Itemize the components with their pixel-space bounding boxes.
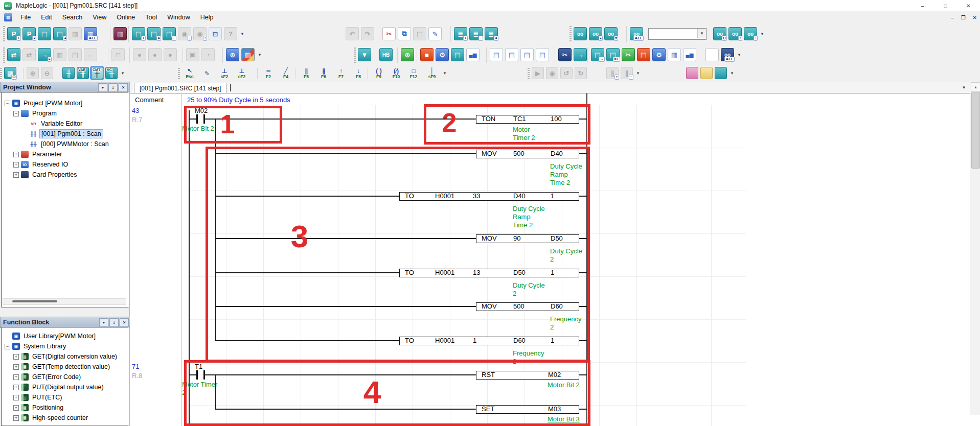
panel-dropdown-button[interactable]: ▾ (99, 318, 108, 327)
back-arrow-icon[interactable]: ← (84, 48, 97, 61)
document-icon[interactable]: ▦ (4, 13, 12, 21)
help-icon[interactable]: ? (224, 27, 237, 40)
panel-close-button[interactable]: ✕ (119, 83, 128, 92)
more-caret-icon[interactable]: ▾ (120, 67, 126, 79)
close-document-icon[interactable]: ▤− (163, 27, 176, 40)
horizontal-scrollbar[interactable] (3, 298, 126, 305)
used-list-icon[interactable]: ▤ (637, 48, 650, 61)
more-caret-icon[interactable]: ▾ (635, 67, 641, 79)
web-globe-icon[interactable]: ⊕ (401, 48, 414, 61)
more-caret-icon[interactable]: ▾ (257, 48, 263, 61)
download-plc-icon[interactable]: ▼ (358, 48, 371, 61)
vertical-scrollbar[interactable]: ▲ (970, 82, 980, 415)
panel-pin-button[interactable]: ↧ (108, 83, 118, 92)
zoom-in-icon[interactable]: ⊕ (27, 67, 39, 79)
menu-item-window[interactable]: Window (162, 12, 195, 22)
stop-dot-icon[interactable]: ● (164, 48, 177, 61)
calc-grid-icon[interactable]: ▦ (668, 48, 681, 61)
device-doc-icon[interactable]: ▤ (451, 48, 464, 61)
tree-item-get-error-code[interactable]: +≣GET(Error Code) (13, 372, 82, 382)
mdi-close-button[interactable]: ✕ (973, 15, 977, 20)
run-test-icon[interactable]: ▶ (532, 67, 544, 79)
mdi-restore-button[interactable]: ❐ (961, 15, 966, 20)
tree-item-positioning[interactable]: +≣Positioning (13, 403, 65, 412)
menu-item-help[interactable]: Help (195, 12, 219, 22)
tree-item-001-pgm001-scan[interactable]: ╫╫[001] Pgm001 : Scan (22, 129, 103, 138)
trend-chart-icon[interactable]: ▄▆ (466, 48, 480, 61)
gear-doc-icon[interactable]: ⚙ (652, 48, 666, 61)
tree-item-variable-editor[interactable]: VRVariable Editor (22, 119, 84, 128)
menu-item-search[interactable]: Search (57, 12, 88, 22)
combobox-dropdown-icon[interactable]: ▼ (697, 29, 706, 38)
tree-item-system-library[interactable]: −▣System Library (5, 342, 67, 351)
tree-expander-icon[interactable]: − (5, 101, 10, 106)
save-icon[interactable]: ▥ (69, 27, 82, 40)
open-document-icon[interactable]: ▤● (147, 27, 161, 40)
delete-contact-icon[interactable]: ∥− (621, 67, 633, 79)
tree-expander-icon[interactable]: + (13, 172, 19, 178)
zoom-out-icon[interactable]: ⊖ (41, 67, 53, 79)
tree-item-get-digital-conversion-value[interactable]: +≣GET(Digital conversion value) (13, 352, 119, 361)
hb-setting-icon[interactable]: HB (379, 48, 393, 61)
tab-pgm001[interactable]: [001] Pgm001.SRC [141 step] (134, 83, 226, 93)
tree-expander-icon[interactable]: + (13, 405, 19, 411)
contact-rising-icon[interactable]: ↑F7 (333, 67, 349, 81)
tree-item-user-library-pwm-motor[interactable]: ▣User Library[PWM Motor] (5, 332, 97, 341)
search-combobox[interactable]: ▼ (648, 28, 706, 40)
view-varcmt-icon[interactable]: ╫VC (105, 67, 118, 79)
find-all-icon[interactable]: ooALL (630, 27, 643, 40)
find-up-icon[interactable]: oo↑ (728, 27, 742, 40)
ladder-canvas[interactable]: Comment25 to 90% Duty Cycle in 5 seconds… (130, 93, 980, 426)
open-source-icon[interactable]: ▤◂ (53, 27, 66, 40)
panel-close-button[interactable]: ✕ (120, 318, 129, 327)
pause-dot-icon[interactable]: ● (148, 48, 162, 61)
tree-item-reserved-io[interactable]: +IOReserved IO (13, 160, 70, 169)
more-caret-icon[interactable]: ▾ (736, 48, 742, 61)
new-project-icon[interactable]: P+ (7, 27, 20, 40)
menu-item-edit[interactable]: Edit (36, 12, 57, 22)
tree-expander-icon[interactable]: + (13, 364, 19, 370)
stop-plc-icon[interactable]: ■ (420, 48, 434, 61)
insert-row-icon[interactable]: ≣+ (454, 27, 467, 40)
coil-icon[interactable]: ( )F9 (371, 67, 386, 81)
excel-doc-icon[interactable]: ▤XL (606, 48, 620, 61)
find-icon[interactable]: oo (574, 27, 587, 40)
find-all-dark-icon[interactable]: ooALL (721, 48, 734, 61)
open-project-icon[interactable]: P◂ (22, 27, 36, 40)
esc-cursor-icon[interactable]: ↖Esc (182, 67, 197, 81)
tab-scroll-button[interactable]: ▾ (960, 84, 968, 91)
contact-nc-icon[interactable]: ∦F6 (316, 67, 331, 81)
minimize-button[interactable]: – (911, 0, 934, 11)
menu-item-online[interactable]: Online (111, 12, 140, 22)
panel-pin-button[interactable]: ↧ (109, 318, 119, 327)
tree-expander-icon[interactable]: + (13, 354, 19, 360)
tree-expander-icon[interactable]: + (13, 395, 19, 400)
tree-expander-icon[interactable]: + (13, 162, 19, 168)
tree-item-project-pwm-motor[interactable]: −▣Project [PWM Motor] (5, 99, 84, 108)
online-globe-icon[interactable]: ⊕ (226, 48, 239, 61)
download-circle-icon[interactable]: ◉↓ (178, 27, 191, 40)
upload-box-icon[interactable]: ▥ (53, 48, 66, 61)
tree-item-put-etc[interactable]: +≣PUT(ETC) (13, 393, 63, 402)
insert-contact-icon[interactable]: ∥+ (606, 67, 619, 79)
doc-mark4-icon[interactable]: ▤ (536, 48, 549, 61)
print-icon[interactable]: ⊟ (209, 27, 222, 40)
coil-not-icon[interactable]: (∕)F10 (389, 67, 404, 81)
find-row-icon[interactable]: ≣● (485, 27, 498, 40)
tree-expander-icon[interactable]: − (5, 344, 10, 349)
cross-ref-icon[interactable]: ▄▆ (683, 48, 696, 61)
tree-item-card-properties[interactable]: +Card Properties (13, 170, 79, 179)
find-next-icon[interactable]: oo▾ (604, 27, 618, 40)
plc-monitor-icon[interactable]: ▦ (241, 48, 255, 61)
more-caret-icon[interactable]: ▾ (239, 27, 245, 40)
tree-item-high-speed-counter[interactable]: +≣High-speed counter (13, 413, 89, 422)
clock-icon[interactable]: ◔ (201, 48, 215, 61)
vertical-line-icon[interactable]: │sF9 (424, 67, 440, 81)
new-source-icon[interactable]: ▤ (38, 27, 51, 40)
save-all-icon[interactable]: ▥ALL (84, 27, 97, 40)
folder-read-icon[interactable] (686, 67, 698, 79)
ladder-settings-icon[interactable]: ▦⚙ (4, 67, 16, 79)
more-caret-icon[interactable]: ▾ (442, 67, 448, 79)
scroll-up-button[interactable]: ▲ (971, 82, 980, 92)
menu-item-view[interactable]: View (87, 12, 111, 22)
